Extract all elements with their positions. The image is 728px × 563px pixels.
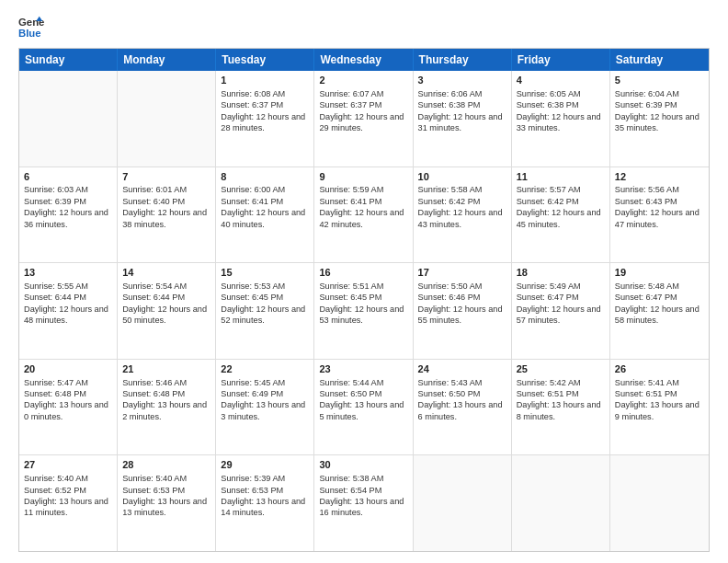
day-number: 15 (221, 266, 309, 280)
sunrise-text: Sunrise: 6:06 AM (418, 88, 506, 99)
sunset-text: Sunset: 6:47 PM (615, 292, 704, 303)
calendar-cell: 25Sunrise: 5:42 AMSunset: 6:51 PMDayligh… (512, 360, 610, 455)
sunset-text: Sunset: 6:39 PM (24, 196, 112, 207)
day-number: 30 (319, 458, 407, 472)
day-number: 8 (221, 170, 309, 184)
calendar-cell: 21Sunrise: 5:46 AMSunset: 6:48 PMDayligh… (118, 360, 216, 455)
sunrise-text: Sunrise: 5:59 AM (319, 184, 407, 195)
calendar-header-cell: Friday (512, 49, 610, 71)
day-number: 28 (122, 458, 210, 472)
calendar-cell: 8Sunrise: 6:00 AMSunset: 6:41 PMDaylight… (216, 167, 314, 263)
day-number: 29 (221, 458, 309, 472)
sunrise-text: Sunrise: 6:05 AM (517, 88, 605, 99)
calendar-cell: 17Sunrise: 5:50 AMSunset: 6:46 PMDayligh… (414, 263, 512, 359)
sunset-text: Sunset: 6:53 PM (221, 485, 309, 496)
sunrise-text: Sunrise: 5:47 AM (24, 377, 112, 388)
day-number: 27 (24, 458, 112, 472)
sunrise-text: Sunrise: 5:51 AM (319, 281, 407, 292)
calendar-cell: 1Sunrise: 6:08 AMSunset: 6:37 PMDaylight… (216, 71, 314, 167)
calendar-header-cell: Saturday (610, 49, 709, 71)
daylight-text: Daylight: 12 hours and 53 minutes. (319, 304, 407, 327)
day-number: 12 (615, 170, 704, 184)
sunset-text: Sunset: 6:53 PM (122, 485, 210, 496)
logo-icon: General Blue (18, 15, 44, 40)
calendar-cell: 4Sunrise: 6:05 AMSunset: 6:38 PMDaylight… (512, 71, 610, 167)
calendar-cell: 15Sunrise: 5:53 AMSunset: 6:45 PMDayligh… (216, 263, 314, 359)
sunrise-text: Sunrise: 5:54 AM (122, 281, 210, 292)
calendar-cell: 10Sunrise: 5:58 AMSunset: 6:42 PMDayligh… (414, 167, 512, 263)
day-number: 23 (319, 362, 407, 376)
sunrise-text: Sunrise: 5:55 AM (24, 281, 112, 292)
calendar-cell: 27Sunrise: 5:40 AMSunset: 6:52 PMDayligh… (19, 455, 118, 551)
sunset-text: Sunset: 6:50 PM (319, 388, 407, 399)
sunrise-text: Sunrise: 5:58 AM (418, 184, 506, 195)
daylight-text: Daylight: 12 hours and 55 minutes. (418, 304, 506, 327)
calendar: SundayMondayTuesdayWednesdayThursdayFrid… (18, 48, 710, 552)
sunset-text: Sunset: 6:38 PM (517, 99, 605, 110)
sunrise-text: Sunrise: 5:46 AM (122, 377, 210, 388)
day-number: 10 (418, 170, 506, 184)
day-number: 21 (122, 362, 210, 376)
sunrise-text: Sunrise: 5:39 AM (221, 473, 309, 484)
day-number: 17 (418, 266, 506, 280)
sunset-text: Sunset: 6:37 PM (319, 99, 407, 110)
calendar-row: 27Sunrise: 5:40 AMSunset: 6:52 PMDayligh… (19, 455, 709, 551)
daylight-text: Daylight: 12 hours and 28 minutes. (221, 111, 309, 134)
sunrise-text: Sunrise: 5:49 AM (517, 281, 605, 292)
calendar-cell (118, 71, 216, 167)
daylight-text: Daylight: 13 hours and 16 minutes. (319, 496, 407, 519)
sunset-text: Sunset: 6:50 PM (418, 388, 506, 399)
calendar-cell: 13Sunrise: 5:55 AMSunset: 6:44 PMDayligh… (19, 263, 118, 359)
sunrise-text: Sunrise: 5:48 AM (615, 281, 704, 292)
sunrise-text: Sunrise: 5:40 AM (24, 473, 112, 484)
sunset-text: Sunset: 6:42 PM (418, 196, 506, 207)
calendar-cell: 20Sunrise: 5:47 AMSunset: 6:48 PMDayligh… (19, 360, 118, 455)
calendar-header: SundayMondayTuesdayWednesdayThursdayFrid… (19, 49, 709, 71)
daylight-text: Daylight: 12 hours and 40 minutes. (221, 207, 309, 230)
day-number: 5 (615, 74, 704, 87)
calendar-header-cell: Tuesday (216, 49, 314, 71)
calendar-cell: 23Sunrise: 5:44 AMSunset: 6:50 PMDayligh… (314, 360, 413, 455)
daylight-text: Daylight: 13 hours and 5 minutes. (319, 399, 407, 422)
sunset-text: Sunset: 6:41 PM (221, 196, 309, 207)
day-number: 6 (24, 170, 112, 184)
sunrise-text: Sunrise: 6:04 AM (615, 88, 704, 99)
sunrise-text: Sunrise: 6:07 AM (319, 88, 407, 99)
page: General Blue SundayMondayTuesdayWednesda… (0, 0, 728, 563)
sunrise-text: Sunrise: 5:56 AM (615, 184, 704, 195)
daylight-text: Daylight: 13 hours and 0 minutes. (24, 399, 112, 422)
calendar-row: 1Sunrise: 6:08 AMSunset: 6:37 PMDaylight… (19, 71, 709, 167)
daylight-text: Daylight: 12 hours and 35 minutes. (615, 111, 704, 134)
sunset-text: Sunset: 6:40 PM (122, 196, 210, 207)
day-number: 18 (517, 266, 605, 280)
calendar-cell: 7Sunrise: 6:01 AMSunset: 6:40 PMDaylight… (118, 167, 216, 263)
daylight-text: Daylight: 13 hours and 11 minutes. (24, 496, 112, 519)
calendar-cell (512, 455, 610, 551)
sunset-text: Sunset: 6:39 PM (615, 99, 704, 110)
calendar-cell: 19Sunrise: 5:48 AMSunset: 6:47 PMDayligh… (610, 263, 709, 359)
daylight-text: Daylight: 13 hours and 3 minutes. (221, 399, 309, 422)
calendar-cell: 9Sunrise: 5:59 AMSunset: 6:41 PMDaylight… (314, 167, 413, 263)
day-number: 11 (517, 170, 605, 184)
daylight-text: Daylight: 12 hours and 29 minutes. (319, 111, 407, 134)
day-number: 3 (418, 74, 506, 87)
sunset-text: Sunset: 6:44 PM (24, 292, 112, 303)
daylight-text: Daylight: 13 hours and 8 minutes. (517, 399, 605, 422)
daylight-text: Daylight: 13 hours and 9 minutes. (615, 399, 704, 422)
calendar-cell: 3Sunrise: 6:06 AMSunset: 6:38 PMDaylight… (414, 71, 512, 167)
calendar-header-cell: Wednesday (314, 49, 413, 71)
calendar-cell: 6Sunrise: 6:03 AMSunset: 6:39 PMDaylight… (19, 167, 118, 263)
sunrise-text: Sunrise: 6:03 AM (24, 184, 112, 195)
sunrise-text: Sunrise: 6:08 AM (221, 88, 309, 99)
day-number: 14 (122, 266, 210, 280)
calendar-row: 13Sunrise: 5:55 AMSunset: 6:44 PMDayligh… (19, 263, 709, 360)
sunrise-text: Sunrise: 5:44 AM (319, 377, 407, 388)
svg-text:Blue: Blue (18, 28, 41, 39)
calendar-body: 1Sunrise: 6:08 AMSunset: 6:37 PMDaylight… (19, 71, 709, 551)
day-number: 4 (517, 74, 605, 87)
calendar-cell: 30Sunrise: 5:38 AMSunset: 6:54 PMDayligh… (314, 455, 413, 551)
calendar-cell: 5Sunrise: 6:04 AMSunset: 6:39 PMDaylight… (610, 71, 709, 167)
sunset-text: Sunset: 6:51 PM (615, 388, 704, 399)
day-number: 25 (517, 362, 605, 376)
daylight-text: Daylight: 12 hours and 38 minutes. (122, 207, 210, 230)
